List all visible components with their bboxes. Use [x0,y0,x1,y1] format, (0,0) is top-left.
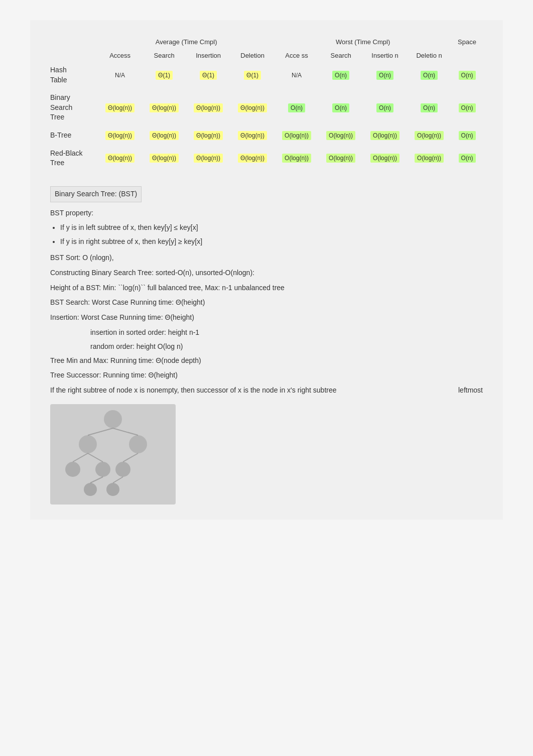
space-cell: O(n) [451,62,483,88]
worst-cell: O(log(n)) [407,146,451,171]
avg-cell: N/A [98,62,142,88]
highlighted-value: Θ(log(n)) [105,131,135,140]
worst-cell: O(n) [363,62,407,88]
col-search: Search [142,49,186,62]
highlighted-value: O(log(n)) [415,131,444,140]
highlighted-value: O(n) [332,71,349,80]
successor-desc: If the right subtree of node x is nonemp… [50,385,337,397]
table-row: HashTableN/AΘ(1)Θ(1)Θ(1)N/AO(n)O(n)O(n)O… [50,62,483,88]
table-row: B-TreeΘ(log(n))Θ(log(n))Θ(log(n))Θ(log(n… [50,128,483,144]
space-header: Space [451,35,483,49]
bst-property-label: BST property: [50,207,483,219]
avg-cell: Θ(log(n)) [186,128,230,144]
insertion-random: random order: height O(log n) [90,341,483,353]
highlighted-value: Θ(log(n)) [105,154,135,163]
highlighted-value: O(n) [288,103,305,112]
col-insertion2: Insertio n [363,49,407,62]
notes-section: Binary Search Tree: (BST) BST property: … [50,186,483,505]
highlighted-value: O(n) [421,103,438,112]
highlighted-value: O(n) [332,103,349,112]
highlighted-value: O(log(n)) [326,154,355,163]
table-row: Red-BlackTreeΘ(log(n))Θ(log(n))Θ(log(n))… [50,146,483,171]
space-cell: O(n) [451,146,483,171]
highlighted-value: Θ(log(n)) [194,131,223,140]
highlighted-value: Θ(log(n)) [194,103,223,112]
worst-cell: O(log(n)) [363,146,407,171]
highlighted-value: Θ(log(n)) [238,103,267,112]
avg-header: Average (Time Cmpl) [98,35,275,49]
highlighted-value: Θ(log(n)) [150,131,179,140]
space-cell: O(n) [451,128,483,144]
col-insertion: Insertion [186,49,230,62]
bst-properties-list: If y is in left subtree of x, then key[y… [60,222,483,248]
worst-cell: O(n) [319,90,363,125]
avg-cell: Θ(log(n)) [186,90,230,125]
worst-cell: O(n) [407,90,451,125]
row-name: Red-BlackTree [50,146,98,171]
highlighted-value: Θ(log(n)) [238,131,267,140]
highlighted-value: O(n) [459,131,476,140]
bst-search: BST Search: Worst Case Running time: Θ(h… [50,297,483,309]
highlighted-value: O(log(n)) [282,131,311,140]
avg-cell: Θ(1) [230,62,275,88]
space-cell: O(n) [451,90,483,125]
bst-sort: BST Sort: O (nlogn), [50,252,483,264]
bst-title: Binary Search Tree: (BST) [50,186,142,202]
worst-cell: O(log(n)) [407,128,451,144]
avg-cell: Θ(log(n)) [230,90,275,125]
tree-successor: Tree Successor: Running time: Θ(height) [50,369,483,382]
avg-cell: Θ(log(n)) [230,128,275,144]
insertion: Insertion: Worst Case Running time: Θ(he… [50,312,483,324]
col-access-ss: Acce ss [275,49,319,62]
avg-cell: Θ(log(n)) [230,146,275,171]
complexity-table: Average (Time Cmpl) Worst (Time Cmpl) Sp… [50,35,483,171]
avg-cell: Θ(log(n)) [142,128,186,144]
highlighted-value: O(n) [459,154,476,163]
avg-cell: Θ(log(n)) [98,128,142,144]
avg-cell: Θ(log(n)) [98,90,142,125]
worst-cell: O(log(n)) [319,146,363,171]
highlighted-value: Θ(log(n)) [150,154,179,163]
avg-cell: Θ(log(n)) [98,146,142,171]
height: Height of a BST: Min: ``log(n)`` full ba… [50,282,483,294]
worst-cell: O(n) [319,62,363,88]
highlighted-value: O(n) [376,71,393,80]
page-content: Average (Time Cmpl) Worst (Time Cmpl) Sp… [30,20,503,520]
highlighted-value: O(n) [459,71,476,80]
highlighted-value: O(n) [376,103,393,112]
highlighted-value: Θ(log(n)) [238,154,267,163]
col-deletion: Deletion [230,49,275,62]
worst-cell: N/A [275,62,319,88]
row-name: B-Tree [50,128,98,144]
table-section: Average (Time Cmpl) Worst (Time Cmpl) Sp… [50,35,483,171]
highlighted-value: O(log(n)) [282,154,311,163]
highlighted-value: Θ(1) [200,71,217,80]
highlighted-value: O(log(n)) [326,131,355,140]
avg-cell: Θ(log(n)) [186,146,230,171]
bst-property-1: If y is in left subtree of x, then key[y… [60,222,483,234]
svg-rect-15 [50,404,176,505]
col-deletion2: Deletio n [407,49,451,62]
highlighted-value: Θ(log(n)) [194,154,223,163]
worst-cell: O(n) [275,90,319,125]
highlighted-value: O(log(n)) [415,154,444,163]
avg-cell: Θ(1) [142,62,186,88]
highlighted-value: Θ(1) [156,71,173,80]
worst-cell: O(log(n)) [275,146,319,171]
leftmost: leftmost [458,385,483,397]
highlighted-value: O(n) [421,71,438,80]
worst-cell: O(n) [363,90,407,125]
highlighted-value: Θ(log(n)) [105,103,135,112]
avg-cell: Θ(log(n)) [142,90,186,125]
bst-property-2: If y is in right subtree of x, then key[… [60,236,483,248]
highlighted-value: Θ(1) [244,71,261,80]
highlighted-value: O(log(n)) [370,131,399,140]
worst-cell: O(log(n)) [363,128,407,144]
highlighted-value: O(n) [459,103,476,112]
worst-header: Worst (Time Cmpl) [275,35,451,49]
row-name: HashTable [50,62,98,88]
tree-svg [50,404,176,505]
row-name: BinarySearchTree [50,90,98,125]
constructing: Constructing Binary Search Tree: sorted-… [50,267,483,279]
table-row: BinarySearchTreeΘ(log(n))Θ(log(n))Θ(log(… [50,90,483,125]
